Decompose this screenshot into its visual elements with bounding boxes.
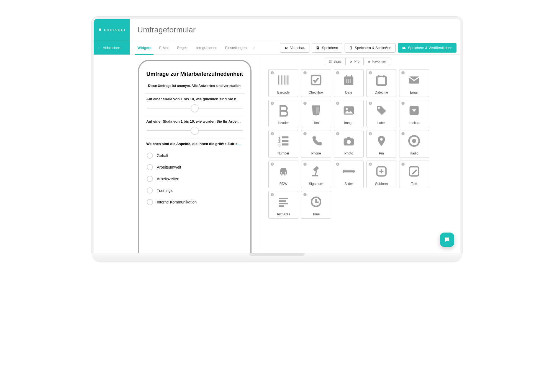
radio-option-label: Gehalt [157, 153, 168, 158]
widget-header[interactable]: Header [268, 100, 298, 127]
app-screen: moreapp Umfrageformular ← Abbrechen Widg… [91, 17, 463, 253]
cancel-label: Abbrechen [103, 46, 120, 50]
tabs-scroll-left[interactable]: ‹ [250, 41, 257, 55]
info-icon[interactable] [303, 132, 307, 136]
info-icon[interactable] [270, 71, 274, 75]
widget-pin[interactable]: Pin [366, 130, 396, 158]
filter-favorites[interactable]: Favoriten [364, 58, 390, 65]
header-bar: moreapp Umfrageformular [94, 19, 460, 41]
widget-text[interactable]: Text [399, 161, 429, 188]
tab-einstellungen[interactable]: Einstellungen [221, 41, 250, 55]
info-icon[interactable] [303, 101, 307, 105]
widget-label: Email [410, 91, 418, 94]
widget-label: Lookup [409, 121, 419, 125]
slider-2-label: Auf einer Skala von 1 bis 10, wie würden… [146, 119, 243, 123]
radio-option[interactable]: Gehalt [146, 150, 243, 161]
info-icon[interactable] [401, 101, 405, 105]
tab-widgets[interactable]: Widgets [134, 41, 155, 55]
info-icon[interactable] [368, 162, 372, 166]
widget-lookup[interactable]: Lookup [399, 100, 429, 127]
dropdown-icon [408, 100, 420, 121]
eye-icon [284, 46, 288, 50]
info-icon[interactable] [401, 132, 405, 136]
widget-subform[interactable]: Subform [366, 161, 396, 188]
widget-textarea[interactable]: Text Area [268, 191, 298, 219]
phone-frame: Umfrage zur Mitarbeiterzufriedenheit Die… [138, 60, 252, 253]
widget-time[interactable]: Time [301, 191, 331, 219]
info-icon[interactable] [336, 101, 340, 105]
widget-barcode[interactable]: Barcode [268, 69, 298, 97]
info-icon[interactable] [303, 71, 307, 75]
clock-icon [310, 191, 322, 212]
widget-image[interactable]: Image [334, 100, 364, 127]
car-icon [277, 161, 289, 182]
tab-integrationen[interactable]: Integrationen [193, 41, 221, 55]
phone-icon [310, 130, 322, 151]
save-label: Speichern [322, 46, 338, 50]
widget-checkbox[interactable]: Checkbox [301, 69, 331, 97]
slider-1-label: Auf einer Skala von 1 bis 10, wie glückl… [146, 97, 243, 101]
info-icon[interactable] [270, 132, 274, 136]
chat-bubble[interactable] [440, 233, 454, 247]
save-close-button[interactable]: Speichern & Schließen [345, 43, 396, 53]
cancel-button[interactable]: ← Abbrechen [94, 41, 130, 55]
radio-option[interactable]: Arbeitsumwelt [146, 161, 243, 173]
widget-rdw[interactable]: RDW [268, 161, 298, 188]
info-icon[interactable] [336, 132, 340, 136]
slider-2-track[interactable] [147, 130, 243, 131]
info-icon[interactable] [303, 162, 307, 166]
html5-icon [310, 100, 322, 121]
widget-signature[interactable]: Signature [301, 161, 331, 188]
info-icon[interactable] [368, 101, 372, 105]
widget-number[interactable]: Number [268, 130, 298, 158]
widget-radio[interactable]: Radio [399, 130, 429, 158]
info-icon[interactable] [401, 162, 405, 166]
widget-label: Pin [379, 151, 384, 155]
slider-1-track[interactable] [147, 108, 243, 109]
radio-option[interactable]: Arbeitszeiten [146, 173, 243, 185]
widget-datetime[interactable]: Datetime [366, 69, 396, 97]
widget-label: Date [345, 91, 352, 94]
leaf-icon [350, 60, 353, 63]
widget-date[interactable]: Date [334, 69, 364, 97]
form-title: Umfrage zur Mitarbeiterzufriedenheit [145, 71, 244, 77]
radio-option-label: Arbeitsumwelt [157, 165, 181, 169]
save-publish-label: Speichern & Veröffentlichen [408, 46, 452, 50]
widget-label[interactable]: Label [366, 100, 396, 127]
slider-field-1[interactable]: Auf einer Skala von 1 bis 10, wie glückl… [145, 93, 244, 116]
info-icon[interactable] [368, 132, 372, 136]
widget-label: Text [411, 182, 417, 186]
info-icon[interactable] [270, 193, 274, 197]
info-icon[interactable] [270, 101, 274, 105]
info-icon[interactable] [368, 71, 372, 75]
save-publish-button[interactable]: Speichern & Veröffentlichen [398, 43, 456, 53]
radio-circle-icon [147, 199, 153, 205]
tab-regeln[interactable]: Regeln [173, 41, 192, 55]
info-icon[interactable] [336, 162, 340, 166]
tab-e-mail[interactable]: E-Mail [155, 41, 173, 55]
radio-question[interactable]: Welches sind die Aspekte, die Ihnen die … [145, 138, 244, 210]
widget-slider[interactable]: Slider [334, 161, 364, 188]
barcode-icon [277, 69, 289, 91]
radio-option-label: Interne Kommunikation [157, 200, 197, 204]
widget-email[interactable]: Email [399, 69, 429, 97]
filter-pro[interactable]: Pro [346, 58, 364, 65]
brand-logo[interactable]: moreapp [94, 19, 130, 41]
brand-text: moreapp [104, 27, 125, 32]
slider-field-2[interactable]: Auf einer Skala von 1 bis 10, wie würden… [145, 116, 244, 138]
widget-phone[interactable]: Phone [301, 130, 331, 158]
radio-icon [408, 130, 420, 151]
info-icon[interactable] [303, 193, 307, 197]
info-icon[interactable] [270, 162, 274, 166]
widget-photo[interactable]: Photo [334, 130, 364, 158]
widget-label: RDW [279, 182, 288, 186]
save-button[interactable]: Speichern [312, 43, 342, 53]
info-icon[interactable] [401, 71, 405, 75]
radio-option[interactable]: Interne Kommunikation [146, 196, 243, 208]
widget-html[interactable]: Html [301, 100, 331, 127]
preview-button[interactable]: Vorschau [280, 43, 309, 53]
info-icon[interactable] [336, 71, 340, 75]
filter-basic[interactable]: Basic [325, 58, 346, 65]
radio-option[interactable]: Trainings [146, 185, 243, 196]
form-preview[interactable]: Umfrage zur Mitarbeiterzufriedenheit Die… [139, 61, 250, 253]
